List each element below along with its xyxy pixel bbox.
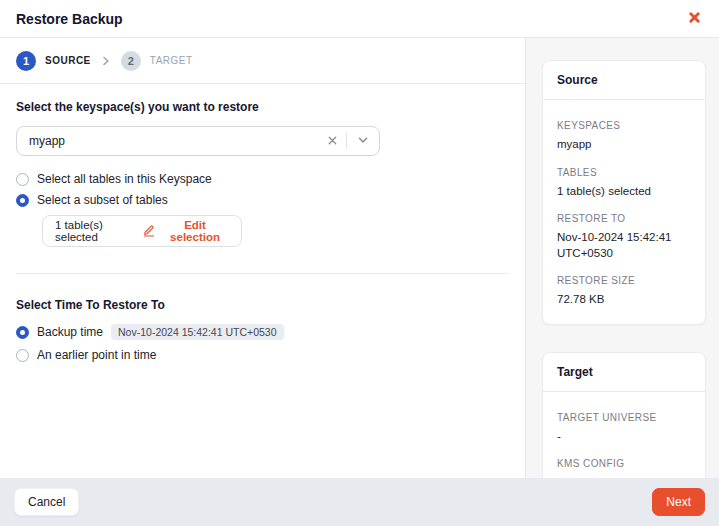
step-1-badge: 1 bbox=[16, 51, 36, 71]
radio-all-tables-label: Select all tables in this Keyspace bbox=[37, 172, 212, 186]
option-earlier-point[interactable]: An earlier point in time bbox=[16, 348, 509, 362]
stepper-step-target: 2 TARGET bbox=[121, 51, 193, 71]
source-card-body: KEYSPACES myapp TABLES 1 table(s) select… bbox=[543, 100, 705, 324]
chevron-right-icon bbox=[101, 56, 111, 66]
summary-field-tables: TABLES 1 table(s) selected bbox=[557, 167, 691, 200]
field-label: KEYSPACES bbox=[557, 120, 691, 131]
close-icon bbox=[688, 11, 701, 27]
target-summary-card: Target TARGET UNIVERSE - KMS CONFIG - bbox=[542, 352, 706, 478]
restore-time-label: Select Time To Restore To bbox=[16, 298, 509, 312]
radio-all-tables[interactable] bbox=[16, 173, 29, 186]
field-value: Nov-10-2024 15:42:41 UTC+0530 bbox=[557, 230, 675, 261]
modal-title: Restore Backup bbox=[16, 11, 123, 27]
close-button[interactable] bbox=[685, 10, 703, 28]
section-divider bbox=[16, 273, 510, 274]
target-card-title: Target bbox=[543, 353, 705, 392]
radio-subset-tables[interactable] bbox=[16, 194, 29, 207]
field-label: TARGET UNIVERSE bbox=[557, 412, 691, 423]
option-subset-tables[interactable]: Select a subset of tables bbox=[16, 193, 509, 207]
restore-backup-modal: Restore Backup 1 SOURCE 2 TARGET bbox=[0, 0, 719, 526]
next-button[interactable]: Next bbox=[652, 488, 705, 516]
step-2-badge: 2 bbox=[121, 51, 141, 71]
chevron-down-icon bbox=[357, 134, 369, 149]
summary-sidebar: Source KEYSPACES myapp TABLES 1 table(s)… bbox=[526, 38, 719, 478]
source-card-title: Source bbox=[543, 61, 705, 100]
table-selection-box: 1 table(s) selected Edit selection bbox=[42, 215, 242, 247]
field-value: 1 table(s) selected bbox=[557, 184, 691, 200]
selected-tables-count: 1 table(s) selected bbox=[55, 219, 142, 243]
radio-earlier-point[interactable] bbox=[16, 349, 29, 362]
option-all-tables[interactable]: Select all tables in this Keyspace bbox=[16, 172, 509, 186]
summary-field-kms-config: KMS CONFIG - bbox=[557, 458, 691, 478]
stepper: 1 SOURCE 2 TARGET bbox=[0, 38, 525, 84]
field-value: 72.78 KB bbox=[557, 292, 691, 308]
select-indicators bbox=[319, 133, 379, 149]
clear-selection-button[interactable] bbox=[319, 134, 346, 149]
keyspace-select-value: myapp bbox=[17, 134, 319, 148]
summary-field-target-universe: TARGET UNIVERSE - bbox=[557, 412, 691, 445]
source-summary-card: Source KEYSPACES myapp TABLES 1 table(s)… bbox=[542, 60, 706, 325]
target-card-body: TARGET UNIVERSE - KMS CONFIG - bbox=[543, 392, 705, 478]
field-label: KMS CONFIG bbox=[557, 458, 691, 469]
edit-selection-link[interactable]: Edit selection bbox=[142, 219, 229, 243]
backup-time-badge: Nov-10-2024 15:42:41 UTC+0530 bbox=[111, 324, 283, 340]
summary-field-restore-to: RESTORE TO Nov-10-2024 15:42:41 UTC+0530 bbox=[557, 213, 691, 261]
step-2-label: TARGET bbox=[150, 55, 193, 66]
radio-backup-time-label: Backup time bbox=[37, 325, 103, 339]
radio-earlier-point-label: An earlier point in time bbox=[37, 348, 156, 362]
keyspace-select-label: Select the keyspace(s) you want to resto… bbox=[16, 100, 509, 114]
cancel-button[interactable]: Cancel bbox=[14, 488, 79, 516]
clear-x-icon bbox=[327, 134, 338, 149]
field-value: - bbox=[557, 429, 691, 445]
main-pane: 1 SOURCE 2 TARGET Select the keyspace(s)… bbox=[0, 38, 526, 478]
modal-body: 1 SOURCE 2 TARGET Select the keyspace(s)… bbox=[0, 38, 719, 478]
summary-field-keyspaces: KEYSPACES myapp bbox=[557, 120, 691, 153]
source-step-form: Select the keyspace(s) you want to resto… bbox=[0, 84, 525, 386]
radio-backup-time[interactable] bbox=[16, 326, 29, 339]
edit-pencil-icon bbox=[142, 223, 156, 239]
radio-subset-tables-label: Select a subset of tables bbox=[37, 193, 168, 207]
field-label: RESTORE SIZE bbox=[557, 275, 691, 286]
option-backup-time[interactable]: Backup time Nov-10-2024 15:42:41 UTC+053… bbox=[16, 324, 509, 340]
stepper-step-source: 1 SOURCE bbox=[16, 51, 91, 71]
field-value: myapp bbox=[557, 137, 691, 153]
edit-selection-label: Edit selection bbox=[161, 219, 229, 243]
modal-header: Restore Backup bbox=[0, 0, 719, 38]
field-label: TABLES bbox=[557, 167, 691, 178]
select-dropdown-button[interactable] bbox=[347, 134, 379, 149]
keyspace-select[interactable]: myapp bbox=[16, 126, 380, 156]
field-label: RESTORE TO bbox=[557, 213, 691, 224]
modal-footer: Cancel Next bbox=[0, 478, 719, 526]
summary-field-restore-size: RESTORE SIZE 72.78 KB bbox=[557, 275, 691, 308]
step-1-label: SOURCE bbox=[45, 55, 91, 66]
